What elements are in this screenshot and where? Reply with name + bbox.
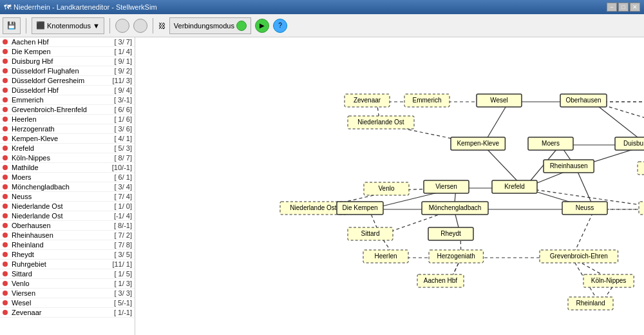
circle-btn-1[interactable]: [115, 19, 129, 33]
sidebar-item[interactable]: Viersen [ 3/ 3]: [0, 289, 135, 298]
knotenmodus-icon: ⬛: [36, 21, 45, 30]
sidebar-item[interactable]: Düsseldorf Flughafen [ 9/ 2]: [0, 66, 135, 76]
graph-node[interactable]: Wesel: [477, 94, 522, 107]
sidebar-item-name: Venlo: [12, 280, 93, 287]
sidebar-item[interactable]: Aachen Hbf [ 3/ 7]: [0, 37, 135, 47]
sidebar-item-value: [-1/ 4]: [93, 212, 132, 220]
sidebar-item[interactable]: Köln-Nippes [ 8/ 7]: [0, 153, 135, 163]
sidebar-dot: [3, 271, 8, 276]
sidebar-item[interactable]: Rheydt [ 3/ 5]: [0, 250, 135, 260]
close-button[interactable]: ✕: [630, 3, 640, 12]
sidebar-item[interactable]: Mönchengladbach [ 3/ 4]: [0, 182, 135, 192]
svg-text:Krefeld: Krefeld: [504, 183, 525, 190]
sidebar-item-value: [ 7/ 8]: [93, 241, 132, 249]
sidebar-item[interactable]: Emmerich [ 3/-1]: [0, 95, 135, 105]
graph-area[interactable]: ZevenaarEmmerichWeselOberhausenMathildeN…: [135, 37, 644, 335]
sidebar-item[interactable]: Niederlande Ost [-1/ 4]: [0, 211, 135, 221]
graph-node[interactable]: Zevenaar: [345, 94, 390, 107]
sidebar-item[interactable]: Düsseldorf Gerresheim [11/ 3]: [0, 76, 135, 86]
sidebar-item[interactable]: Rheinhausen [ 7/ 2]: [0, 231, 135, 240]
sidebar-item[interactable]: Duisburg Hbf [ 9/ 1]: [0, 57, 135, 66]
graph-node[interactable]: Rheinhausen: [544, 160, 594, 173]
svg-text:Heerlen: Heerlen: [374, 253, 397, 260]
graph-node[interactable]: Viersen: [424, 180, 469, 193]
svg-text:Niederlande Ost: Niederlande Ost: [357, 119, 404, 126]
verbindungsmodus-button[interactable]: Verbindungsmodus: [169, 17, 251, 34]
sidebar-item-value: [ 3/ 5]: [93, 251, 132, 258]
graph-node[interactable]: Düsseldorf Flughafer: [638, 162, 644, 175]
sidebar-item[interactable]: Ruhrgebiet [11/ 1]: [0, 260, 135, 269]
graph-node[interactable]: Emmerich: [404, 94, 450, 107]
sidebar-item-name: Rheinland: [12, 241, 93, 249]
graph-node[interactable]: Heerlen: [363, 250, 408, 263]
sidebar-item[interactable]: Rheinland [ 7/ 8]: [0, 240, 135, 250]
graph-node[interactable]: Grevenbroich-Ehren: [540, 250, 618, 263]
svg-text:Zevenaar: Zevenaar: [354, 97, 381, 104]
sidebar-item[interactable]: Wesel [ 5/-1]: [0, 298, 135, 308]
green-circle-btn[interactable]: ▶: [255, 19, 269, 33]
sidebar-item-name: Moers: [12, 173, 93, 181]
graph-node[interactable]: Moers: [528, 137, 573, 150]
sidebar-item-name: Viersen: [12, 289, 93, 297]
sidebar-item[interactable]: Die Kempen [ 1/ 4]: [0, 47, 135, 57]
sidebar-item[interactable]: Krefeld [ 5/ 3]: [0, 144, 135, 153]
sidebar-item-value: [ 5/-1]: [93, 299, 132, 307]
graph-node[interactable]: Die Kempen: [337, 202, 383, 215]
graph-node[interactable]: Herzogeniath: [429, 250, 483, 263]
sidebar-dot: [3, 194, 8, 199]
sidebar-item[interactable]: Venlo [ 1/ 3]: [0, 279, 135, 289]
graph-node[interactable]: Duisburg Hbf: [615, 137, 644, 150]
sidebar-item[interactable]: Kempen-Kleve [ 4/ 1]: [0, 134, 135, 144]
circle-btn-2[interactable]: [133, 19, 147, 33]
graph-node[interactable]: Aachen Hbf: [417, 274, 464, 287]
sidebar-dot: [3, 262, 8, 267]
graph-node[interactable]: Venlo: [364, 182, 409, 195]
svg-text:Die Kempen: Die Kempen: [342, 204, 377, 211]
sidebar-item-value: [10/-1]: [93, 164, 132, 171]
knotenmodus-button[interactable]: ⬛ Knotenmodus ▼: [32, 17, 104, 34]
svg-text:Köln-Nippes: Köln-Nippes: [591, 277, 626, 284]
graph-node[interactable]: Köln-Nippes: [583, 274, 634, 287]
graph-node[interactable]: Mönchengladbach: [422, 202, 488, 215]
graph-node[interactable]: Kempen-Kleve: [451, 137, 505, 150]
sidebar-item[interactable]: Niederlande Ost [ 1/ 0]: [0, 202, 135, 211]
sidebar-dot: [3, 146, 8, 151]
sidebar-item-value: [ 6/ 1]: [93, 173, 132, 181]
minimize-button[interactable]: −: [607, 3, 617, 12]
maximize-button[interactable]: □: [618, 3, 629, 12]
graph-node[interactable]: Niederlande Ost: [348, 116, 414, 129]
sidebar-item[interactable]: Moers [ 6/ 1]: [0, 173, 135, 182]
sidebar-item-value: [ 1/ 3]: [93, 280, 132, 287]
sidebar-item[interactable]: Herzogenrath [ 3/ 6]: [0, 124, 135, 134]
sidebar-dot: [3, 204, 8, 209]
sidebar-item-name: Emmerich: [12, 96, 93, 104]
sidebar-item[interactable]: Neuss [ 7/ 4]: [0, 192, 135, 202]
sidebar-item[interactable]: Zevenaar [ 1/-1]: [0, 308, 135, 318]
sidebar-item[interactable]: Sittard [ 1/ 5]: [0, 269, 135, 279]
graph-node[interactable]: Sittard: [348, 227, 393, 240]
sidebar-dot: [3, 117, 8, 122]
sidebar-dot: [3, 126, 8, 131]
sidebar-item[interactable]: Heerlen [ 1/ 6]: [0, 115, 135, 124]
separator-2: [109, 18, 110, 34]
graph-node[interactable]: Düsseldorf Hbf: [639, 202, 644, 215]
sidebar-item-name: Kempen-Kleve: [12, 135, 93, 142]
sidebar-item-name: Mönchengladbach: [12, 183, 93, 191]
sidebar-item-value: [ 9/ 2]: [93, 67, 132, 75]
help-button[interactable]: ?: [273, 19, 287, 33]
sidebar-item[interactable]: Oberhausen [ 8/-1]: [0, 221, 135, 231]
graph-node[interactable]: Rheydt: [428, 227, 473, 240]
graph-node[interactable]: Oberhausen: [560, 94, 607, 107]
svg-rect-89: [639, 202, 644, 215]
sidebar-item-name: Düsseldorf Flughafen: [12, 67, 93, 75]
graph-node[interactable]: Krefeld: [492, 180, 537, 193]
graph-node[interactable]: Neuss: [562, 202, 607, 215]
sidebar-item[interactable]: Mathilde [10/-1]: [0, 163, 135, 173]
separator-1: [26, 18, 26, 34]
svg-text:Aachen Hbf: Aachen Hbf: [424, 277, 457, 284]
sidebar-item[interactable]: Düsseldorf Hbf [ 9/ 4]: [0, 86, 135, 95]
sidebar-item[interactable]: Grevenbroich-Ehrenfeld [ 6/ 6]: [0, 105, 135, 115]
graph-node[interactable]: Rheinland: [568, 297, 613, 310]
sidebar-item-value: [ 3/ 4]: [93, 183, 132, 191]
save-button[interactable]: 💾: [3, 17, 21, 34]
